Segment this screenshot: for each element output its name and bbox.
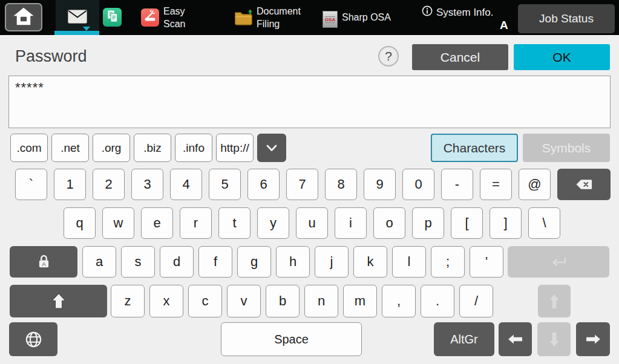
- key-p[interactable]: p: [412, 207, 444, 239]
- key-y[interactable]: y: [257, 207, 289, 239]
- key-w[interactable]: w: [102, 207, 134, 239]
- key-cursor-down: [537, 322, 571, 356]
- on-screen-keyboard: `1234567890-=@qwertyuiop[]\Aasdfghjkl;'z…: [0, 36, 619, 364]
- key-e[interactable]: e: [141, 207, 173, 239]
- key-h[interactable]: h: [276, 246, 310, 278]
- key-cursor-left[interactable]: [499, 322, 532, 356]
- easy-scan-label[interactable]: Easy Scan: [163, 5, 185, 30]
- key-n[interactable]: n: [304, 285, 338, 317]
- system-info[interactable]: System Info.: [422, 5, 493, 19]
- caps-lock-icon: A: [36, 253, 52, 270]
- shift-icon: [49, 291, 68, 311]
- key-7[interactable]: 7: [286, 169, 318, 200]
- sharp-osa-label[interactable]: Sharp OSA: [342, 0, 391, 35]
- tab-copy[interactable]: [103, 8, 122, 27]
- key-c[interactable]: c: [188, 285, 222, 317]
- home-button[interactable]: [5, 3, 42, 31]
- key-3[interactable]: 3: [131, 169, 163, 200]
- enter-icon: [549, 255, 568, 268]
- key-`[interactable]: `: [15, 169, 47, 200]
- password-dialog: Password ? Cancel OK .com.net.org.biz.in…: [0, 35, 619, 364]
- email-tab-caret-icon: [83, 27, 90, 31]
- top-bar: Easy Scan Document Filing OSA Sharp OSA: [0, 0, 619, 35]
- arrow-up-icon: [549, 293, 560, 310]
- sharp-osa-icon: OSA: [323, 11, 338, 28]
- key-2[interactable]: 2: [93, 169, 125, 200]
- key-f[interactable]: f: [198, 246, 232, 278]
- key-b[interactable]: b: [266, 285, 300, 317]
- key-o[interactable]: o: [373, 207, 405, 239]
- svg-text:A: A: [42, 261, 46, 267]
- keyboard-row: SpaceAltGr: [0, 322, 619, 356]
- document-filing-icon: [234, 9, 253, 27]
- ime-indicator: A: [500, 19, 508, 32]
- easy-scan-icon: [143, 9, 157, 26]
- document-filing-label[interactable]: Document Filing: [257, 5, 301, 30]
- key-@[interactable]: @: [519, 169, 551, 200]
- key-\[interactable]: \: [528, 207, 560, 239]
- keyboard-row: Aasdfghjkl;': [0, 246, 619, 278]
- key-j[interactable]: j: [315, 246, 349, 278]
- tab-email[interactable]: [56, 0, 99, 35]
- key-,[interactable]: ,: [382, 285, 416, 317]
- key-u[interactable]: u: [296, 207, 328, 239]
- key-a[interactable]: a: [82, 246, 116, 278]
- arrow-right-icon: [585, 334, 601, 345]
- key-v[interactable]: v: [227, 285, 261, 317]
- key-8[interactable]: 8: [325, 169, 357, 200]
- arrow-down-icon: [549, 331, 560, 348]
- system-info-label: System Info.: [436, 7, 493, 19]
- key--[interactable]: -: [441, 169, 473, 200]
- key-cursor-up: [538, 285, 571, 317]
- home-icon: [13, 7, 34, 28]
- backspace-icon: [575, 179, 592, 190]
- key-t[interactable]: t: [218, 207, 251, 239]
- key-x[interactable]: x: [149, 285, 183, 317]
- key-z[interactable]: z: [111, 285, 145, 317]
- key-4[interactable]: 4: [170, 169, 202, 200]
- key-s[interactable]: s: [121, 246, 155, 278]
- key-d[interactable]: d: [160, 246, 194, 278]
- key-r[interactable]: r: [180, 207, 212, 239]
- keyboard-row: zxcvbnm,./: [0, 285, 619, 317]
- key-/[interactable]: /: [459, 285, 493, 317]
- key-backspace[interactable]: [557, 169, 611, 200]
- keyboard-row: `1234567890-=@: [0, 169, 619, 200]
- key-globe[interactable]: [9, 322, 57, 356]
- key-5[interactable]: 5: [209, 169, 241, 200]
- keyboard-row: qwertyuiop[]\: [0, 207, 619, 239]
- key-cursor-right[interactable]: [576, 322, 610, 356]
- key-k[interactable]: k: [353, 246, 387, 278]
- email-tab-active-underline: [54, 31, 99, 35]
- sharp-mfp-screen: Easy Scan Document Filing OSA Sharp OSA: [0, 0, 619, 364]
- info-icon: [422, 5, 433, 19]
- key-m[interactable]: m: [343, 285, 377, 317]
- key-[[interactable]: [: [451, 207, 483, 239]
- arrow-left-icon: [507, 334, 523, 345]
- copy-icon: [105, 9, 119, 25]
- key-caps-lock[interactable]: A: [10, 246, 77, 278]
- email-envelope-icon: [68, 10, 87, 26]
- key-6[interactable]: 6: [247, 169, 280, 200]
- key-9[interactable]: 9: [364, 169, 396, 200]
- key-1[interactable]: 1: [54, 169, 86, 200]
- key-0[interactable]: 0: [402, 169, 434, 200]
- globe-icon: [24, 330, 43, 349]
- key-'[interactable]: ': [470, 246, 503, 278]
- key-shift[interactable]: [10, 285, 107, 317]
- key-][interactable]: ]: [490, 207, 522, 239]
- key-;[interactable]: ;: [431, 246, 465, 278]
- key-g[interactable]: g: [237, 246, 271, 278]
- key-enter: [508, 246, 609, 278]
- job-status-button[interactable]: Job Status: [518, 4, 615, 33]
- tab-easy-scan[interactable]: [141, 8, 159, 27]
- key-l[interactable]: l: [392, 246, 426, 278]
- key-i[interactable]: i: [335, 207, 367, 239]
- key-.[interactable]: .: [421, 285, 454, 317]
- key-q[interactable]: q: [64, 207, 96, 239]
- key-space[interactable]: Space: [221, 322, 362, 356]
- key-altgr[interactable]: AltGr: [434, 322, 494, 356]
- key-=[interactable]: =: [480, 169, 512, 200]
